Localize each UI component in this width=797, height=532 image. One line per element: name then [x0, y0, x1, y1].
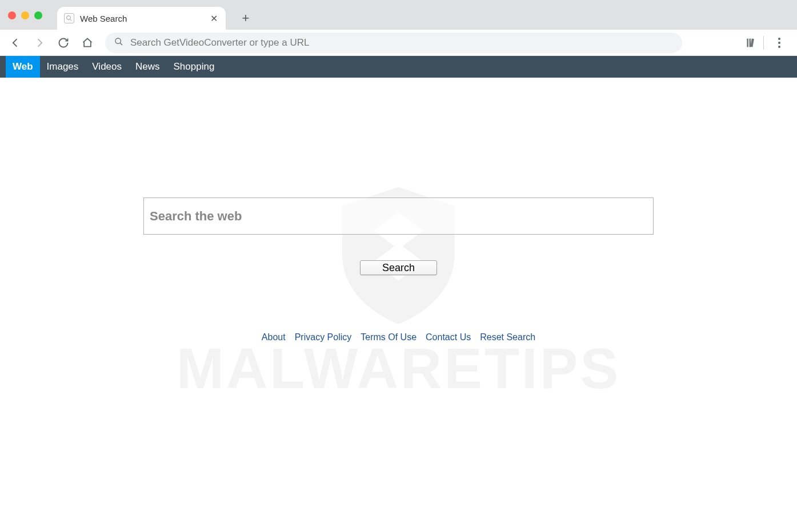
nav-shopping[interactable]: Shopping [167, 56, 222, 78]
svg-line-1 [70, 19, 72, 21]
nav-news[interactable]: News [129, 56, 167, 78]
home-button[interactable] [78, 33, 97, 53]
browser-titlebar: Web Search ✕ + [0, 0, 797, 30]
svg-line-3 [120, 43, 122, 45]
address-bar[interactable] [105, 33, 682, 53]
page-content: MALWARETIPS Search About Privacy Policy … [0, 78, 797, 532]
back-button[interactable] [6, 33, 25, 53]
reload-button[interactable] [54, 33, 73, 53]
window-controls [8, 11, 42, 19]
nav-web[interactable]: Web [6, 56, 40, 78]
footer-reset[interactable]: Reset Search [480, 332, 535, 342]
address-input[interactable] [130, 37, 673, 49]
footer-links: About Privacy Policy Terms Of Use Contac… [262, 332, 535, 342]
toolbar-divider [763, 36, 764, 50]
search-category-nav: Web Images Videos News Shopping [0, 56, 797, 78]
browser-tab[interactable]: Web Search ✕ [57, 7, 226, 30]
svg-point-2 [115, 38, 121, 43]
footer-about[interactable]: About [262, 332, 286, 342]
close-icon[interactable]: ✕ [209, 13, 219, 23]
search-box[interactable] [143, 198, 654, 235]
new-tab-button[interactable]: + [237, 10, 254, 27]
svg-rect-4 [747, 38, 748, 47]
search-button[interactable]: Search [360, 260, 437, 275]
tab-title: Web Search [80, 14, 203, 23]
toolbar-right [744, 33, 791, 53]
watermark-text: MALWARETIPS [177, 336, 620, 401]
extension-icon[interactable] [744, 36, 758, 50]
forward-button[interactable] [30, 33, 49, 53]
search-icon [114, 37, 123, 49]
browser-menu-button[interactable] [770, 33, 789, 53]
window-maximize-button[interactable] [34, 11, 42, 19]
footer-terms[interactable]: Terms Of Use [361, 332, 416, 342]
nav-videos[interactable]: Videos [85, 56, 129, 78]
svg-point-8 [778, 46, 780, 48]
svg-point-0 [67, 16, 71, 20]
footer-privacy[interactable]: Privacy Policy [295, 332, 352, 342]
nav-images[interactable]: Images [40, 56, 86, 78]
search-area: Search About Privacy Policy Terms Of Use… [0, 78, 797, 342]
window-minimize-button[interactable] [21, 11, 29, 19]
window-close-button[interactable] [8, 11, 16, 19]
footer-contact[interactable]: Contact Us [426, 332, 471, 342]
search-input[interactable] [150, 209, 647, 224]
search-icon [64, 13, 74, 23]
browser-toolbar [0, 30, 797, 56]
svg-point-6 [778, 38, 780, 40]
svg-point-7 [778, 42, 780, 44]
